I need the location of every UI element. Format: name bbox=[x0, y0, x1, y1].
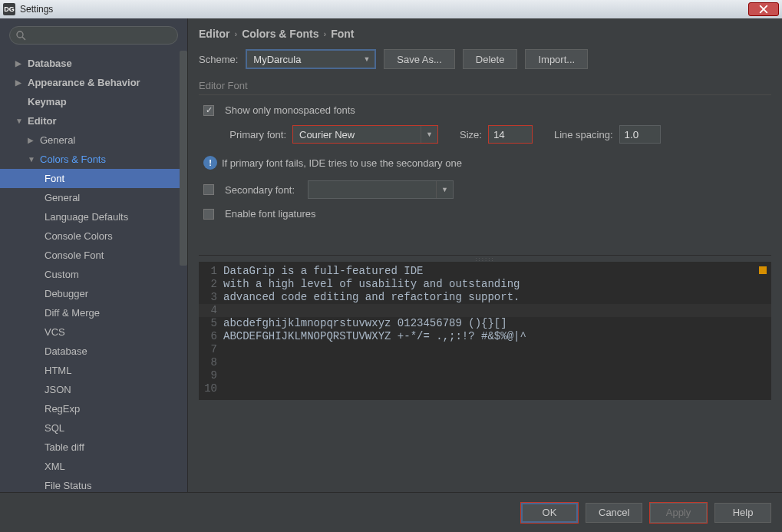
tree-appearance[interactable]: ▶Appearance & Behavior bbox=[0, 73, 187, 92]
tree-diff-merge[interactable]: Diff & Merge bbox=[0, 303, 187, 322]
cancel-button[interactable]: Cancel bbox=[586, 503, 642, 523]
chevron-down-icon: ▼ bbox=[363, 55, 370, 63]
secondary-font-label: Secondary font: bbox=[225, 184, 302, 196]
window-close-button[interactable] bbox=[748, 2, 779, 16]
monospaced-label: Show only monospaced fonts bbox=[225, 104, 355, 116]
settings-sidebar: ▶Database ▶Appearance & Behavior Keymap … bbox=[0, 18, 188, 492]
scheme-dropdown[interactable]: MyDarcula▼ bbox=[246, 49, 376, 69]
ligatures-checkbox[interactable] bbox=[203, 209, 214, 220]
import-button[interactable]: Import... bbox=[525, 49, 588, 69]
svg-point-0 bbox=[17, 31, 23, 38]
primary-font-label: Primary font: bbox=[203, 129, 286, 140]
size-label: Size: bbox=[460, 129, 482, 140]
window-title: Settings bbox=[20, 4, 53, 15]
svg-line-1 bbox=[22, 37, 25, 40]
settings-tree: ▶Database ▶Appearance & Behavior Keymap … bbox=[0, 51, 187, 492]
primary-font-dropdown[interactable]: Courier New▼ bbox=[292, 125, 438, 144]
tree-html[interactable]: HTML bbox=[0, 361, 187, 380]
tree-keymap[interactable]: Keymap bbox=[0, 92, 187, 111]
tree-editor[interactable]: ▼Editor bbox=[0, 111, 187, 131]
settings-main: Editor› Colors & Fonts› Font Scheme: MyD… bbox=[188, 18, 782, 492]
tree-cf-general[interactable]: General bbox=[0, 188, 187, 207]
help-button[interactable]: Help bbox=[714, 503, 771, 523]
save-as-button[interactable]: Save As... bbox=[384, 49, 455, 69]
ok-button[interactable]: OK bbox=[521, 503, 578, 523]
tree-custom[interactable]: Custom bbox=[0, 265, 187, 284]
tree-general[interactable]: ▶General bbox=[0, 131, 187, 150]
breadcrumb: Editor› Colors & Fonts› Font bbox=[199, 18, 771, 49]
apply-button[interactable]: Apply bbox=[650, 503, 707, 523]
tree-vcs[interactable]: VCS bbox=[0, 322, 187, 342]
chevron-down-icon: ▼ bbox=[436, 181, 448, 198]
ligatures-label: Enable font ligatures bbox=[225, 208, 316, 220]
chevron-down-icon: ▼ bbox=[421, 126, 433, 143]
tree-console-colors[interactable]: Console Colors bbox=[0, 226, 187, 246]
secondary-font-checkbox[interactable] bbox=[203, 184, 214, 195]
tree-sql[interactable]: SQL bbox=[0, 418, 187, 438]
tree-regexp[interactable]: RegExp bbox=[0, 399, 187, 418]
tree-database[interactable]: ▶Database bbox=[0, 54, 187, 73]
app-icon: DG bbox=[3, 3, 15, 15]
tree-colors-fonts[interactable]: ▼Colors & Fonts bbox=[0, 150, 187, 169]
tree-xml[interactable]: XML bbox=[0, 457, 187, 476]
search-icon bbox=[15, 30, 26, 43]
tree-file-status[interactable]: File Status bbox=[0, 476, 187, 492]
tree-console-font[interactable]: Console Font bbox=[0, 246, 187, 265]
delete-button[interactable]: Delete bbox=[463, 49, 518, 69]
window-titlebar: DG Settings bbox=[0, 0, 782, 18]
line-spacing-input[interactable] bbox=[619, 125, 661, 144]
line-spacing-label: Line spacing: bbox=[554, 129, 613, 140]
tree-table-diff[interactable]: Table diff bbox=[0, 438, 187, 457]
search-input[interactable] bbox=[9, 26, 178, 45]
tree-font[interactable]: Font bbox=[0, 169, 187, 188]
info-icon: ! bbox=[203, 156, 217, 170]
tree-language-defaults[interactable]: Language Defaults bbox=[0, 207, 187, 226]
info-text: If primary font fails, IDE tries to use … bbox=[222, 157, 462, 169]
editor-font-section: Editor Font bbox=[199, 80, 771, 95]
tree-debugger[interactable]: Debugger bbox=[0, 284, 187, 303]
editor-marker bbox=[759, 266, 767, 274]
preview-resize-handle[interactable]: :::::: bbox=[199, 256, 771, 262]
monospaced-checkbox[interactable] bbox=[203, 105, 214, 116]
font-preview-editor[interactable]: 1DataGrip is a full-featured IDE 2with a… bbox=[199, 262, 771, 400]
tree-database-cf[interactable]: Database bbox=[0, 342, 187, 361]
dialog-footer: OK Cancel Apply Help bbox=[0, 492, 782, 532]
size-input[interactable] bbox=[488, 125, 533, 144]
close-icon bbox=[759, 5, 768, 14]
sidebar-scrollbar[interactable] bbox=[180, 51, 187, 266]
tree-json[interactable]: JSON bbox=[0, 380, 187, 399]
secondary-font-dropdown[interactable]: ▼ bbox=[308, 180, 454, 199]
scheme-label: Scheme: bbox=[199, 54, 238, 65]
